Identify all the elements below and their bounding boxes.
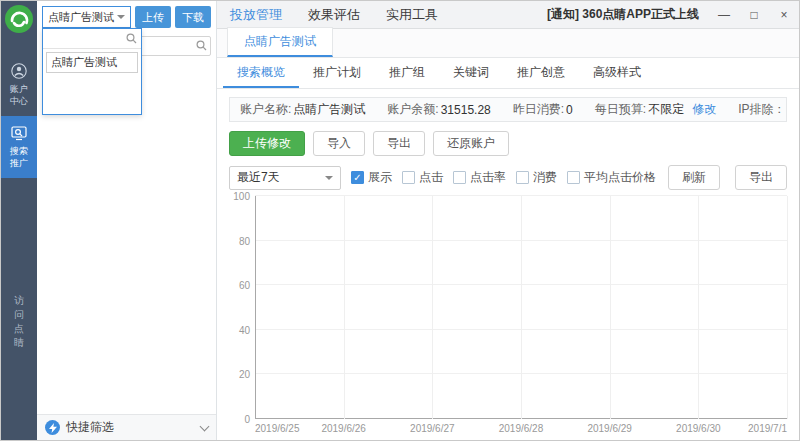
search-icon[interactable] — [196, 40, 207, 51]
yesterday-spend-value: 0 — [566, 103, 573, 117]
rail-item-search-promotion[interactable]: 搜索推广 — [1, 116, 37, 178]
metric-avg-cpc[interactable]: 平均点击价格 — [567, 169, 656, 186]
chart-x-axis: 2019/6/252019/6/262019/6/272019/6/282019… — [255, 419, 787, 436]
date-range-value: 最近7天 — [237, 169, 325, 186]
chevron-down-icon — [325, 176, 333, 184]
account-name: 账户名称: 点睛广告测试 — [240, 101, 365, 118]
metric-ctr[interactable]: 点击率 — [453, 169, 506, 186]
dianjing-logo-icon — [4, 4, 34, 34]
lightning-icon — [45, 420, 60, 435]
metric-label: 点击率 — [470, 169, 506, 186]
account-balance-label: 账户余额: — [387, 101, 438, 118]
actions-row: 上传修改 导入 导出 还原账户 — [229, 131, 787, 156]
chart-export-button[interactable]: 导出 — [735, 165, 787, 190]
chevron-down-icon — [117, 15, 125, 23]
user-icon — [11, 63, 27, 79]
chart-plot-area — [255, 196, 787, 419]
subtab-advanced-style[interactable]: 高级样式 — [579, 58, 655, 88]
tab-account[interactable]: 点睛广告测试 — [227, 27, 333, 57]
yesterday-spend-label: 昨日消费: — [513, 101, 564, 118]
checkbox-icon[interactable] — [567, 171, 580, 184]
rail-item-account-center[interactable]: 账户中心 — [1, 54, 37, 116]
upload-modify-button[interactable]: 上传修改 — [229, 131, 305, 156]
metric-label: 平均点击价格 — [584, 169, 656, 186]
export-button[interactable]: 导出 — [373, 131, 425, 156]
daily-budget-label: 每日预算: — [595, 101, 646, 118]
chart-y-axis: 020406080100 — [229, 196, 255, 419]
checkbox-icon[interactable] — [351, 171, 364, 184]
quick-filter-label: 快捷筛选 — [66, 419, 114, 436]
rail-item-visit-dianjing[interactable]: 访问点睛 — [13, 294, 25, 350]
metric-label: 消费 — [533, 169, 557, 186]
subtab-promotion-group[interactable]: 推广组 — [375, 58, 439, 88]
content: 账户名称: 点睛广告测试 账户余额: 31515.28 昨日消费: 0 每日预算… — [217, 89, 799, 440]
filter-row: 最近7天 展示 点击 点击率 消费 — [229, 165, 787, 190]
account-balance: 账户余额: 31515.28 — [387, 101, 490, 118]
checkbox-icon[interactable] — [402, 171, 415, 184]
maximize-button[interactable]: □ — [739, 1, 769, 29]
tab-effect-evaluation[interactable]: 效果评估 — [295, 1, 373, 29]
tab-utilities[interactable]: 实用工具 — [373, 1, 451, 29]
account-info-bar: 账户名称: 点睛广告测试 账户余额: 31515.28 昨日消费: 0 每日预算… — [229, 97, 787, 122]
subtab-keyword[interactable]: 关键词 — [439, 58, 503, 88]
metric-label: 展示 — [368, 169, 392, 186]
account-balance-value: 31515.28 — [441, 103, 491, 117]
yesterday-spend: 昨日消费: 0 — [513, 101, 573, 118]
restore-account-button[interactable]: 还原账户 — [433, 131, 509, 156]
search-promotion-icon — [11, 125, 27, 141]
account-select[interactable]: 点睛广告测试 — [42, 6, 131, 28]
download-button[interactable]: 下载 — [175, 6, 211, 28]
checkbox-icon[interactable] — [453, 171, 466, 184]
metric-spend[interactable]: 消费 — [516, 169, 557, 186]
rail-item-label: 访问点睛 — [13, 294, 25, 350]
metric-impressions[interactable]: 展示 — [351, 169, 392, 186]
ip-exclusion: IP排除： 已设置(3) — [738, 101, 787, 118]
notice-text[interactable]: [通知] 360点睛APP正式上线 — [547, 6, 699, 23]
search-icon — [126, 33, 137, 44]
metric-clicks[interactable]: 点击 — [402, 169, 443, 186]
subtab-search-overview[interactable]: 搜索概览 — [223, 58, 299, 88]
minimize-button[interactable]: — — [709, 1, 739, 29]
daily-budget: 每日预算: 不限定 修改 — [595, 101, 716, 118]
chevron-down-icon[interactable] — [200, 421, 210, 431]
account-select-value: 点睛广告测试 — [48, 10, 117, 25]
quick-filter-bar[interactable]: 快捷筛选 — [37, 414, 216, 440]
app-logo[interactable] — [4, 4, 34, 34]
account-name-value: 点睛广告测试 — [293, 101, 365, 118]
checkbox-icon[interactable] — [516, 171, 529, 184]
ip-exclusion-link[interactable]: 已设置(3) — [785, 101, 787, 118]
sub-tabs: 搜索概览 推广计划 推广组 关键词 推广创意 高级样式 — [217, 58, 799, 89]
subtab-promotion-plan[interactable]: 推广计划 — [299, 58, 375, 88]
import-button[interactable]: 导入 — [313, 131, 365, 156]
ip-exclusion-label: IP排除： — [738, 101, 785, 118]
rail-item-label: 搜索推广 — [7, 145, 31, 169]
main-area: 投放管理 效果评估 实用工具 [通知] 360点睛APP正式上线 — □ × 点… — [217, 1, 799, 440]
titlebar: 投放管理 效果评估 实用工具 [通知] 360点睛APP正式上线 — □ × — [217, 1, 799, 29]
metric-label: 点击 — [419, 169, 443, 186]
modify-budget-link[interactable]: 修改 — [692, 101, 716, 118]
account-tab-row: 点睛广告测试 — [217, 29, 799, 58]
metrics-chart: 020406080100 2019/6/252019/6/262019/6/27… — [229, 196, 787, 436]
upload-button[interactable]: 上传 — [135, 6, 171, 28]
app-window: 账户中心 搜索推广 访问点睛 点睛广告测试 上传 下载 — [0, 0, 800, 441]
close-button[interactable]: × — [769, 1, 799, 29]
account-dropdown-popup: 点睛广告测试 — [42, 28, 142, 115]
left-panel: 点睛广告测试 上传 下载 点睛广告测试 — [37, 1, 217, 440]
subtab-promotion-creative[interactable]: 推广创意 — [503, 58, 579, 88]
refresh-button[interactable]: 刷新 — [668, 165, 720, 190]
nav-rail: 账户中心 搜索推广 访问点睛 — [1, 1, 37, 440]
daily-budget-value: 不限定 — [648, 101, 684, 118]
tab-delivery-management[interactable]: 投放管理 — [217, 1, 295, 29]
account-name-label: 账户名称: — [240, 101, 291, 118]
dropdown-search[interactable] — [43, 29, 141, 49]
rail-item-label: 账户中心 — [7, 83, 31, 107]
dropdown-option-account[interactable]: 点睛广告测试 — [46, 52, 138, 73]
date-range-select[interactable]: 最近7天 — [229, 166, 341, 190]
